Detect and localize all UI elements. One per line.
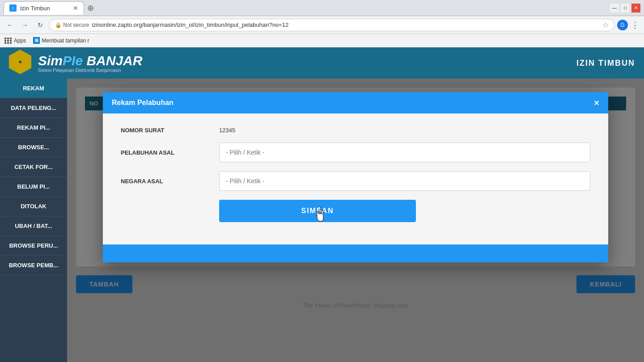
sidebar-item-browse[interactable]: BROWSE...: [0, 138, 67, 157]
sidebar-item-data-peleng[interactable]: DATA PELENG...: [0, 98, 67, 118]
sidebar-item-cetak[interactable]: CETAK FOR...: [0, 157, 67, 177]
browser-toolbar: ← → ↻ 🔒 Not secure izinonline.zapto.org/…: [0, 16, 644, 34]
security-icon: 🔒 Not secure: [55, 22, 89, 28]
simpan-row: SIMPAN: [121, 200, 590, 222]
sidebar-item-belum[interactable]: BELUM PI...: [0, 177, 67, 197]
modal-footer: [103, 244, 608, 262]
url-text: izinonline.zapto.org/banjarmasin/izin_ol…: [92, 21, 600, 28]
window-controls: — □ ✕: [610, 4, 640, 13]
maximize-button[interactable]: □: [621, 4, 630, 13]
logo-text: SimPIe BANJAR Sistem Pelayanan Elektroni…: [38, 53, 142, 73]
apps-label: Apps: [14, 38, 26, 44]
apps-bookmark[interactable]: Apps: [4, 38, 26, 44]
negara-asal-row: NEGARA ASAL: [121, 171, 590, 191]
refresh-button[interactable]: ↻: [34, 19, 47, 31]
logo-shield: ⚜: [9, 50, 31, 74]
minimize-button[interactable]: —: [610, 4, 619, 13]
sidebar: REKAM DATA PELENG... REKAM PI... BROWSE.…: [0, 79, 67, 362]
nomor-surat-label: NOMOR SURAT: [121, 127, 219, 134]
address-bar[interactable]: 🔒 Not secure izinonline.zapto.org/banjar…: [49, 19, 614, 31]
app-body: REKAM DATA PELENG... REKAM PI... BROWSE.…: [0, 79, 644, 362]
app-header: ⚜ SimPIe BANJAR Sistem Pelayanan Elektro…: [0, 47, 644, 79]
back-button[interactable]: ←: [4, 19, 16, 31]
bookmark-star-icon[interactable]: ☆: [602, 21, 609, 29]
app-logo: ⚜ SimPIe BANJAR Sistem Pelayanan Elektro…: [9, 50, 142, 76]
negara-asal-label: NEGARA ASAL: [121, 178, 219, 185]
modal-dialog: Rekam Pelabuhan × NOMOR SURAT 12345 PELA…: [103, 92, 608, 262]
page-title: IZIN TIMBUN: [576, 59, 635, 68]
main-content: NO JENIS KAPAL ASAL IZIN KE KAPAL tampan: [67, 79, 644, 362]
nomor-surat-value: 12345: [219, 127, 235, 134]
sidebar-item-rekam[interactable]: REKAM: [0, 79, 67, 98]
pelabuhan-asal-label: PELABUHAN ASAL: [121, 149, 219, 156]
logo-title: SimPIe BANJAR: [38, 53, 142, 68]
sidebar-item-browse-peru[interactable]: BROWSE PERU...: [0, 236, 67, 256]
logo-shield-wrapper: ⚜: [9, 50, 34, 76]
tab-close-button[interactable]: ✕: [73, 4, 78, 12]
modal-close-button[interactable]: ×: [594, 98, 599, 107]
sidebar-item-ubah[interactable]: UBAH / BAT...: [0, 216, 67, 236]
tab-favicon: I: [9, 4, 17, 12]
sidebar-item-ditolak[interactable]: DITOLAK: [0, 197, 67, 216]
simpan-button[interactable]: SIMPAN: [219, 200, 416, 222]
ms-bookmark[interactable]: ⊞ Membuat tampilan r: [33, 37, 89, 44]
tab-title: Izin Timbun: [20, 5, 50, 12]
ms-icon: ⊞: [33, 37, 40, 44]
new-tab-button[interactable]: ⊕: [84, 2, 97, 14]
browser-tab[interactable]: I Izin Timbun ✕: [4, 1, 84, 15]
modal-body: NOMOR SURAT 12345 PELABUHAN ASAL NEGARA …: [103, 114, 608, 244]
modal-title: Rekam Pelabuhan: [112, 99, 174, 107]
modal-overlay: Rekam Pelabuhan × NOMOR SURAT 12345 PELA…: [67, 79, 644, 362]
modal-header: Rekam Pelabuhan ×: [103, 92, 608, 114]
nomor-surat-row: NOMOR SURAT 12345: [121, 127, 590, 134]
sidebar-item-browse-pemb[interactable]: BROWSE PEMB...: [0, 256, 67, 275]
browser-title-bar: I Izin Timbun ✕ ⊕ — □ ✕: [0, 0, 644, 16]
close-window-button[interactable]: ✕: [631, 4, 640, 13]
profile-icon[interactable]: G: [617, 20, 628, 30]
logo-subtitle: Sistem Pelayanan Elektronik Banjarmasin: [38, 68, 142, 73]
sidebar-item-rekam-pi[interactable]: REKAM PI...: [0, 118, 67, 138]
pelabuhan-asal-input[interactable]: [219, 143, 590, 162]
negara-asal-input[interactable]: [219, 171, 590, 191]
menu-icon[interactable]: ⋮: [630, 20, 640, 30]
pelabuhan-asal-row: PELABUHAN ASAL: [121, 143, 590, 162]
apps-grid-icon: [4, 38, 12, 44]
bookmarks-bar: Apps ⊞ Membuat tampilan r: [0, 34, 644, 47]
browser-extras: G ⋮: [617, 20, 640, 30]
app-container: ⚜ SimPIe BANJAR Sistem Pelayanan Elektro…: [0, 47, 644, 362]
forward-button[interactable]: →: [19, 19, 31, 31]
ms-label: Membuat tampilan r: [42, 38, 89, 44]
